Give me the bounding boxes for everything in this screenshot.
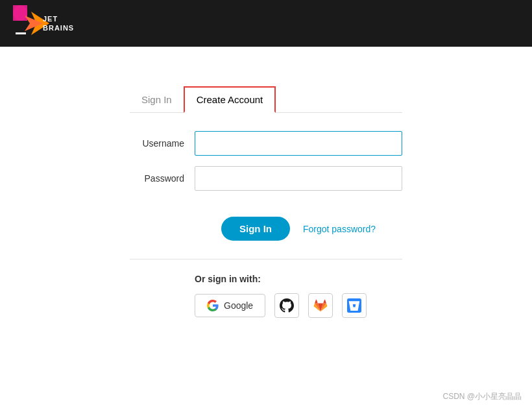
bitbucket-sign-in-button[interactable] <box>342 293 367 318</box>
header: JET BRAINS <box>0 0 532 47</box>
username-row: Username <box>130 131 402 156</box>
tabs-container: Sign In Create Account <box>130 86 402 113</box>
main-content: Sign In Create Account Username Password… <box>0 47 532 318</box>
google-sign-in-button[interactable]: Google <box>195 294 265 317</box>
bitbucket-icon <box>347 298 361 313</box>
username-label: Username <box>130 138 195 149</box>
github-sign-in-button[interactable] <box>274 293 299 318</box>
login-form: Username Password <box>130 131 402 201</box>
logo-text: JET BRAINS <box>43 14 74 33</box>
tab-sign-in[interactable]: Sign In <box>130 88 184 112</box>
svg-rect-5 <box>16 32 26 34</box>
username-input[interactable] <box>195 131 402 156</box>
tab-create-account[interactable]: Create Account <box>184 86 276 113</box>
watermark: CSDN @小小星亮晶晶 <box>442 391 522 402</box>
divider <box>130 259 402 259</box>
gitlab-sign-in-button[interactable] <box>308 293 333 318</box>
svg-point-2 <box>13 5 27 21</box>
social-label: Or sign in with: <box>195 274 402 284</box>
github-icon <box>280 298 294 313</box>
gitlab-icon <box>313 298 328 313</box>
password-row: Password <box>130 166 402 191</box>
action-buttons: Sign In Forgot password? <box>156 217 376 241</box>
google-label: Google <box>224 300 253 311</box>
jetbrains-logo: JET BRAINS <box>13 5 74 42</box>
password-input[interactable] <box>195 166 402 191</box>
social-section: Or sign in with: Google <box>130 274 402 318</box>
google-icon <box>207 300 219 311</box>
forgot-password-link[interactable]: Forgot password? <box>303 224 376 234</box>
social-buttons: Google <box>195 293 402 318</box>
password-label: Password <box>130 173 195 184</box>
sign-in-button[interactable]: Sign In <box>221 217 290 241</box>
